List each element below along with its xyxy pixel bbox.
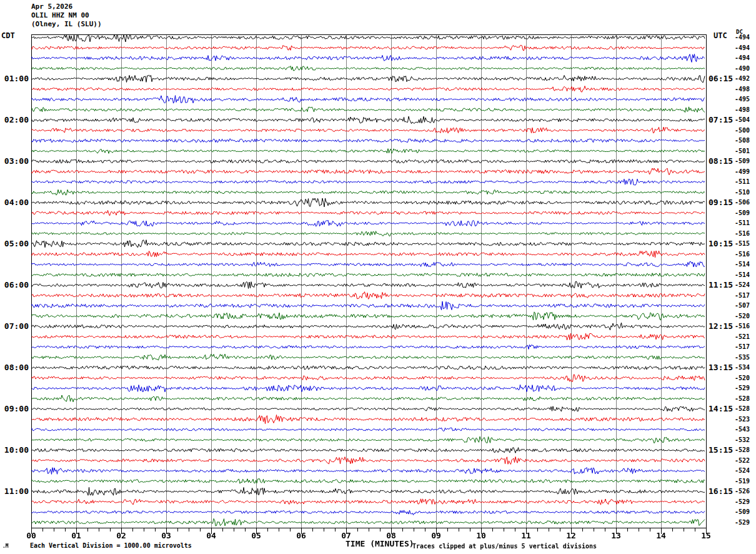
dc-offset-value: -490 <box>735 65 756 72</box>
dc-offset-value: -511 <box>735 178 756 185</box>
dc-offset-value: -509 <box>735 508 756 515</box>
trace-clip-note: Traces clipped at plus/minus 5 vertical … <box>412 543 597 550</box>
dc-offset-value: -498 <box>735 106 756 113</box>
dc-offset-value: -529 <box>735 385 756 391</box>
x-axis-tick-label: 13 <box>607 531 625 540</box>
dc-offset-value: -517 <box>735 343 756 350</box>
x-axis-tick-label: 02 <box>112 531 130 540</box>
left-axis-timezone-label: CDT <box>1 31 15 40</box>
vertical-division-scale-note: Each Vertical Division = 1000.00 microvo… <box>30 542 192 549</box>
x-axis-tick-label: 12 <box>562 531 580 540</box>
dc-offset-value: -492 <box>735 75 756 82</box>
dc-offset-value: -499 <box>735 168 756 175</box>
dc-offset-value: -524 <box>735 281 756 288</box>
cdt-hour-label: 09:00 <box>0 404 29 414</box>
dc-offset-value: -514 <box>735 271 756 278</box>
dc-offset-value: -523 <box>735 416 756 423</box>
dc-offset-value: -529 <box>735 498 756 505</box>
dc-offset-value: -521 <box>735 333 756 340</box>
x-axis-tick-label: 10 <box>472 531 490 540</box>
dc-offset-value: -516 <box>735 230 756 237</box>
x-axis-tick-label: 14 <box>652 531 670 540</box>
dc-offset-value: -520 <box>735 313 756 320</box>
x-axis-tick-label: 06 <box>292 531 310 540</box>
cdt-hour-label: 10:00 <box>0 445 29 455</box>
dc-offset-value: -504 <box>735 116 756 123</box>
dc-offset-value: -517 <box>735 292 756 299</box>
dc-offset-value: -509 <box>735 158 756 164</box>
dc-offset-value: -515 <box>735 240 756 247</box>
seismogram-trace-canvas <box>31 34 707 536</box>
dc-offset-value: -516 <box>735 251 756 258</box>
dc-offset-value: -526 <box>735 488 756 495</box>
header-station-location: (Olney, IL (SLU)) <box>31 20 102 29</box>
x-axis-tick-label: 11 <box>517 531 535 540</box>
cdt-hour-label: 02:00 <box>0 115 29 125</box>
dc-offset-value: -529 <box>735 519 756 526</box>
dc-offset-value: -510 <box>735 189 756 196</box>
right-axis-timezone-label: UTC <box>714 31 727 40</box>
cdt-hour-label: 11:00 <box>0 486 29 496</box>
dc-offset-value: -532 <box>735 436 756 443</box>
cdt-hour-label: 04:00 <box>0 198 29 208</box>
x-axis-tick-label: 00 <box>22 531 40 540</box>
cdt-hour-label: 06:00 <box>0 280 29 290</box>
x-axis-tick-label: 01 <box>67 531 85 540</box>
dc-offset-value: -514 <box>735 261 756 268</box>
dc-offset-value: -528 <box>735 446 756 453</box>
dc-offset-value: -528 <box>735 405 756 412</box>
dc-offset-value: -498 <box>735 86 756 93</box>
dc-offset-value: -528 <box>735 395 756 402</box>
dc-offset-value: -494 <box>735 54 756 61</box>
dc-offset-value: -494 <box>735 34 756 41</box>
corner-watermark: .M <box>2 543 9 549</box>
cdt-hour-label: 03:00 <box>0 156 29 166</box>
header-station-code: OLIL HHZ NM 00 <box>31 11 89 20</box>
cdt-hour-label: 07:00 <box>0 321 29 331</box>
dc-offset-value: -509 <box>735 209 756 216</box>
dc-offset-value: -511 <box>735 219 756 226</box>
x-axis-tick-label: 05 <box>247 531 265 540</box>
cdt-hour-label: 05:00 <box>0 239 29 249</box>
cdt-hour-label: 01:00 <box>0 74 29 84</box>
x-axis-tick-label: 04 <box>202 531 220 540</box>
helicorder-page: Apr 5,2026 OLIL HHZ NM 00 (Olney, IL (SL… <box>0 0 756 554</box>
cdt-hour-label: 08:00 <box>0 363 29 373</box>
dc-offset-value: -522 <box>735 457 756 464</box>
x-axis-tick-label: 09 <box>427 531 445 540</box>
x-axis-tick-label: 03 <box>157 531 175 540</box>
header-date: Apr 5,2026 <box>31 3 72 11</box>
x-axis-tick-label: 15 <box>697 531 715 540</box>
dc-offset-value: -534 <box>735 364 756 371</box>
dc-offset-value: -500 <box>735 127 756 134</box>
x-axis-title: TIME (MINUTES) <box>346 539 414 548</box>
dc-offset-value: -535 <box>735 354 756 361</box>
dc-offset-value: -507 <box>735 302 756 309</box>
dc-offset-value: -519 <box>735 478 756 485</box>
dc-offset-value: -516 <box>735 323 756 330</box>
dc-offset-value: -524 <box>735 467 756 474</box>
dc-offset-value: -501 <box>735 148 756 154</box>
dc-offset-value: -495 <box>735 96 756 103</box>
dc-offset-value: -508 <box>735 137 756 144</box>
dc-offset-value: -506 <box>735 199 756 206</box>
dc-offset-value: -494 <box>735 44 756 51</box>
dc-offset-value: -520 <box>735 375 756 381</box>
dc-offset-value: -543 <box>735 426 756 433</box>
